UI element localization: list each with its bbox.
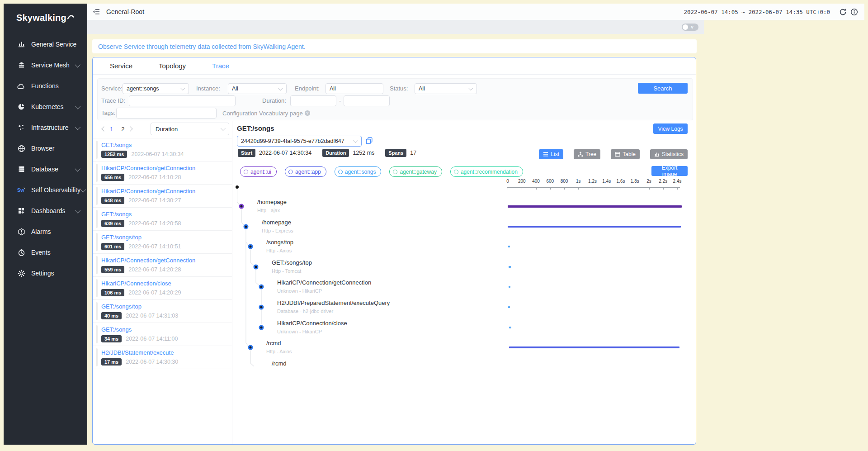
copy-icon[interactable] — [366, 137, 373, 146]
sidebar-item-browser[interactable]: Browser — [4, 138, 87, 159]
trace-item-duration-badge: 40 ms — [101, 312, 122, 319]
span-name[interactable]: /rcmd — [272, 360, 287, 367]
view-button-label: List — [551, 151, 559, 157]
sidebar-item-functions[interactable]: Functions — [4, 76, 87, 96]
sidebar-item-infrastructure[interactable]: Infrastructure — [4, 117, 87, 138]
filter-card: Service: agent::songs Instance: All Endp… — [97, 78, 693, 120]
page-number-1[interactable]: 1 — [110, 126, 113, 133]
span-layer: Http - Axios — [266, 349, 292, 354]
service-badge-agent-songs[interactable]: agent::songs — [335, 166, 382, 177]
service-badge-agent-app[interactable]: agent::app — [285, 166, 326, 177]
trace-id-input[interactable] — [129, 95, 236, 106]
view-statistics-button[interactable]: Statistics — [650, 149, 688, 159]
span-dot[interactable] — [248, 345, 253, 350]
span-dot[interactable] — [259, 305, 264, 310]
tab-topology[interactable]: Topology — [156, 58, 189, 74]
sidebar-item-label: Infrastructure — [31, 124, 75, 131]
trace-list-item[interactable]: GET:/songs639 ms2022-06-07 14:20:58 — [93, 207, 232, 230]
spans-value: 17 — [410, 150, 416, 156]
trace-list-item[interactable]: HikariCP/Connection/getConnection648 ms2… — [93, 184, 232, 207]
span-name[interactable]: /homepage — [262, 219, 291, 226]
trace-item-title: GET:/songs/top — [101, 234, 142, 241]
span-dot[interactable] — [254, 264, 259, 269]
tab-trace[interactable]: Trace — [209, 58, 232, 74]
sidebar-item-service-mesh[interactable]: Service Mesh — [4, 55, 87, 76]
time-range[interactable]: 2022-06-07 14:05 ~ 2022-06-07 14:35 UTC+… — [684, 9, 830, 15]
duration-min-input[interactable] — [290, 95, 336, 106]
span-dot[interactable] — [248, 244, 253, 249]
trace-item-accent — [96, 164, 98, 182]
trace-list-item[interactable]: H2/JDBI/Statement/execute17 ms2022-06-07… — [93, 346, 232, 369]
page-number-2[interactable]: 2 — [121, 126, 124, 133]
trace-item-timestamp: 2022-06-07 14:31:03 — [126, 313, 178, 319]
span-name[interactable]: /rcmd — [266, 340, 281, 347]
view-list-button[interactable]: List — [539, 149, 563, 159]
trace-item-accent — [96, 187, 98, 205]
collapse-sidebar-icon[interactable] — [93, 8, 100, 15]
trace-list-item[interactable]: GET:/songs/top601 ms2022-06-07 14:10:51 — [93, 230, 232, 253]
sidebar-item-database[interactable]: Database — [4, 159, 87, 180]
sidebar-item-general-service[interactable]: General Service — [4, 34, 87, 55]
sidebar-item-alarms[interactable]: Alarms — [4, 221, 87, 242]
span-name[interactable]: /songs/top — [266, 239, 293, 246]
tags-input[interactable] — [116, 108, 217, 119]
service-badge-agent-recommendation[interactable]: agent::recommendation — [450, 166, 523, 177]
span-duration-bar[interactable] — [508, 205, 682, 208]
span-name[interactable]: /homepage — [257, 199, 287, 205]
span-duration-bar[interactable] — [508, 246, 510, 247]
span-layer: Http - Tomcat — [272, 268, 301, 274]
span-name[interactable]: HikariCP/Connection/close — [277, 320, 347, 327]
instance-select[interactable]: All — [228, 83, 287, 94]
version-toggle[interactable]: V — [682, 24, 698, 31]
span-dot[interactable] — [239, 204, 244, 209]
trace-list-item[interactable]: GET:/songs34 ms2022-06-07 14:11:00 — [93, 323, 232, 346]
vocabulary-link[interactable]: Configuration Vocabulary page ? — [222, 108, 311, 119]
tab-service[interactable]: Service — [107, 58, 135, 74]
view-logs-button[interactable]: View Logs — [653, 123, 688, 134]
sort-select[interactable]: Duration — [151, 123, 229, 135]
trace-item-meta: 34 ms2022-06-07 14:11:00 — [101, 335, 178, 342]
sidebar-item-kubernetes[interactable]: Kubernetes — [4, 96, 87, 117]
view-table-button[interactable]: Table — [611, 149, 640, 159]
trace-item-meta: 656 ms2022-06-07 14:10:28 — [101, 174, 181, 181]
service-badge-agent-ui[interactable]: agent::ui — [240, 166, 277, 177]
trace-id-select[interactable]: 24420d99-9739-4faf-9575-e77b2dadf647 — [237, 136, 362, 147]
service-select[interactable]: agent::songs — [123, 83, 189, 94]
sidebar-item-dashboards[interactable]: Dashboards — [4, 200, 87, 221]
span-duration-bar[interactable] — [508, 226, 681, 228]
sidebar-item-events[interactable]: Events — [4, 242, 87, 263]
trace-list-item[interactable]: HikariCP/Connection/close106 ms2022-06-0… — [93, 276, 232, 299]
trace-list-item[interactable]: GET:/songs1252 ms2022-06-07 14:30:34 — [93, 138, 232, 161]
next-page-button[interactable] — [128, 126, 133, 131]
span-dot[interactable] — [259, 325, 264, 330]
service-badge-agent-gateway[interactable]: agent::gateway — [389, 166, 442, 177]
span-duration-bar[interactable] — [509, 266, 510, 268]
span-dot[interactable] — [244, 224, 249, 229]
span-duration-bar[interactable] — [509, 286, 510, 288]
sidebar-item-settings[interactable]: Settings — [4, 263, 87, 284]
span-name[interactable]: H2/JDBI/PreparedStatement/executeQuery — [277, 299, 390, 306]
span-duration-bar[interactable] — [508, 306, 510, 308]
trace-item-duration-badge: 559 ms — [101, 266, 124, 273]
sidebar-item-self-observability[interactable]: SwSelf Observability — [4, 180, 87, 200]
trace-item-accent — [96, 279, 98, 297]
endpoint-input[interactable] — [326, 83, 383, 94]
refresh-icon[interactable] — [839, 8, 847, 16]
span-duration-bar[interactable] — [509, 347, 679, 348]
trace-list-item[interactable]: HikariCP/Connection/getConnection656 ms2… — [93, 161, 232, 184]
span-duration-bar[interactable] — [509, 327, 511, 328]
chart-icon — [17, 41, 25, 48]
trace-list-item[interactable]: HikariCP/Connection/getConnection559 ms2… — [93, 253, 232, 276]
search-button[interactable]: Search — [638, 83, 688, 94]
info-icon[interactable] — [850, 8, 858, 16]
trace-item-meta: 17 ms2022-06-07 14:30:30 — [101, 358, 178, 366]
trace-list-item[interactable]: GET:/songs/top40 ms2022-06-07 14:31:03 — [93, 299, 232, 323]
duration-max-input[interactable] — [344, 95, 390, 106]
export-image-button[interactable]: Export image — [651, 166, 688, 176]
status-select[interactable]: All — [415, 83, 477, 94]
service-badge-label: agent::recommendation — [461, 169, 518, 175]
span-name[interactable]: GET:/songs/top — [272, 259, 312, 266]
span-dot[interactable] — [259, 285, 264, 290]
view-tree-button[interactable]: Tree — [574, 149, 600, 159]
span-name[interactable]: HikariCP/Connection/getConnection — [277, 279, 371, 286]
